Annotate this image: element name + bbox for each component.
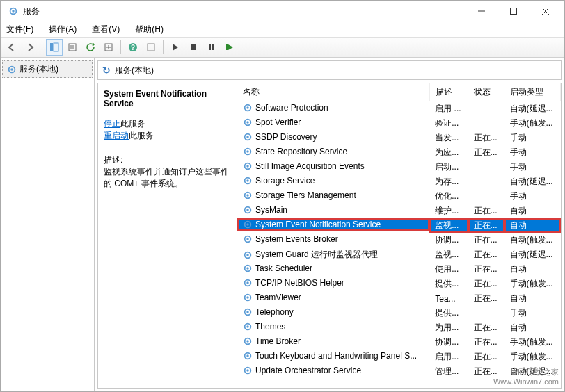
service-desc: Tea... [429,291,468,306]
table-row[interactable]: Software Protection启用 ...自动(延迟... [237,101,561,117]
table-row[interactable]: Still Image Acquisition Events启动...手动 [237,160,561,174]
manage-button[interactable] [143,39,159,56]
stop-service-button[interactable] [185,39,202,56]
show-hide-tree-button[interactable] [46,39,63,56]
service-list[interactable]: 名称 描述 状态 启动类型 Software Protection启用 ...自… [237,83,561,388]
service-startup: 自动 [504,204,561,218]
svg-point-42 [246,254,249,256]
col-status[interactable]: 状态 [468,83,504,101]
properties-button[interactable] [64,39,81,56]
table-row[interactable]: Touch Keyboard and Handwriting Panel S..… [237,350,561,364]
start-service-button[interactable] [167,39,184,56]
svg-point-36 [246,209,249,211]
gear-icon [243,250,253,260]
svg-point-32 [246,179,249,182]
table-row[interactable]: Storage Tiers Management优化...手动 [237,189,561,204]
service-startup: 手动 [504,160,561,174]
svg-point-1 [12,10,15,13]
service-status: 正在... [468,262,504,277]
table-row[interactable]: Storage Service为存...自动(延迟... [237,174,561,189]
svg-rect-16 [209,44,211,50]
svg-rect-15 [191,44,196,50]
table-row[interactable]: System Guard 运行时监视器代理监视...正在...自动(延迟... [237,247,561,262]
service-status: 正在... [468,218,504,233]
service-status [468,116,504,131]
selected-service-name: System Event Notification Service [104,89,231,108]
service-name: Update Orchestrator Service [255,366,361,375]
service-startup: 自动 [504,218,561,233]
pause-service-button[interactable] [203,39,220,56]
service-desc: 为存... [429,174,468,189]
table-row[interactable]: TCP/IP NetBIOS Helper提供...正在...手动(触发... [237,277,561,291]
service-name: SysMain [255,205,287,215]
svg-rect-17 [212,44,214,50]
svg-rect-14 [148,44,154,51]
svg-point-48 [246,296,249,299]
svg-point-30 [246,165,249,168]
tree-item-services-local[interactable]: 服务(本地) [2,60,93,78]
restart-service-button[interactable] [221,39,238,56]
service-status: 正在... [468,335,504,350]
table-row[interactable]: Task Scheduler使用...正在...自动 [237,262,561,277]
tree-item-label: 服务(本地) [19,63,58,75]
table-row[interactable]: Spot Verifier验证...手动(触发... [237,116,561,131]
service-name: Still Image Acquisition Events [255,161,365,171]
svg-point-34 [246,194,249,197]
menu-action[interactable]: 操作(A) [46,22,79,37]
svg-point-26 [246,136,249,138]
svg-point-22 [246,106,249,109]
service-startup: 自动(延迟... [504,101,561,117]
table-row[interactable]: State Repository Service为应...正在...手动 [237,145,561,160]
close-button[interactable] [530,1,562,22]
gear-icon [8,6,19,17]
col-name[interactable]: 名称 [237,83,429,101]
table-row[interactable]: Update Orchestrator Service管理...正在...自动(… [237,364,561,379]
service-status: 正在... [468,364,504,379]
service-desc: 为应... [429,145,468,160]
table-row[interactable]: TeamViewerTea...正在...自动 [237,291,561,306]
service-name: Themes [255,322,285,332]
svg-point-54 [246,340,249,343]
gear-icon [243,351,253,361]
table-row[interactable]: SysMain维护...正在...自动 [237,204,561,218]
minimize-button[interactable] [465,1,498,22]
service-status: 正在... [468,233,504,247]
menu-file[interactable]: 文件(F) [3,22,36,37]
maximize-button[interactable] [498,1,530,22]
col-startup[interactable]: 启动类型 [504,83,561,101]
service-status [468,189,504,204]
service-status: 正在... [468,320,504,335]
svg-point-40 [246,238,249,240]
table-row[interactable]: Time Broker协调...正在...手动(触发... [237,335,561,350]
table-row[interactable]: System Event Notification Service监视...正在… [237,218,561,233]
menu-view[interactable]: 查看(V) [89,22,122,37]
menu-help[interactable]: 帮助(H) [132,22,166,37]
forward-button[interactable] [22,39,38,56]
gear-icon [243,278,253,288]
service-desc: 当发... [429,131,468,145]
tree-pane: 服务(本地) [1,58,95,391]
svg-rect-8 [69,44,76,51]
restart-link[interactable]: 重启动 [104,131,129,140]
svg-rect-7 [54,43,58,51]
service-status: 正在... [468,291,504,306]
gear-icon [243,161,253,171]
service-desc: 监视... [429,247,468,262]
service-status [468,101,504,117]
table-row[interactable]: Telephony提供...手动 [237,306,561,320]
back-button[interactable] [3,39,20,56]
col-description[interactable]: 描述 [429,83,468,101]
gear-icon [243,190,253,200]
table-row[interactable]: System Events Broker协调...正在...自动(触发... [237,233,561,247]
stop-link[interactable]: 停止 [104,119,120,129]
gear-icon [243,147,253,156]
table-row[interactable]: SSDP Discovery当发...正在...手动 [237,131,561,145]
service-startup: 自动 [504,320,561,335]
svg-text:?: ? [131,44,135,51]
svg-point-50 [246,311,249,313]
table-row[interactable]: Themes为用...正在...自动 [237,320,561,335]
export-button[interactable] [100,39,117,56]
refresh-button[interactable] [82,39,99,56]
help-button[interactable]: ? [125,39,141,56]
service-status [468,160,504,174]
